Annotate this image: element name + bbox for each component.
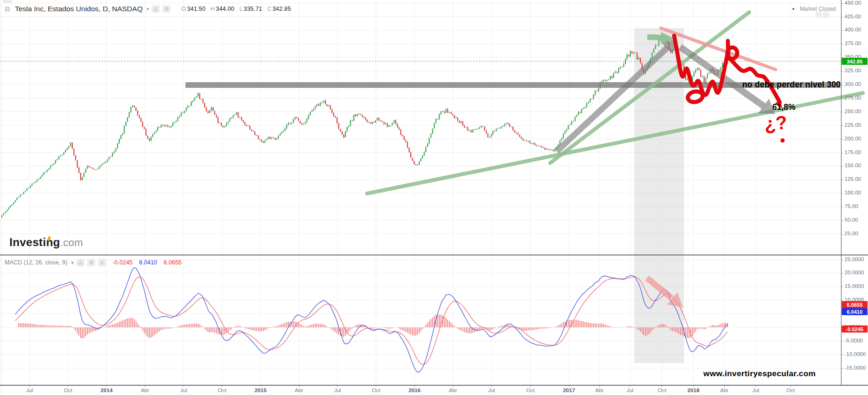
time-axis-label: Oct [218,387,226,393]
axis-tick [841,207,843,207]
watermark-brand: Investing [9,236,60,248]
macd-legend: MACD (12, 26, close, 9) ▾ ◎ ⚙ ✕ -0.0245 … [5,259,182,266]
symbol-title[interactable]: Tesla Inc, Estados Unidos, D, NASDAQ [15,5,143,13]
eye-icon[interactable]: ◎ [152,5,160,13]
time-axis-label: 2015 [254,387,267,393]
green-peak-arrow [647,37,662,38]
price-axis-label: 200.00 [845,136,861,141]
time-axis-label: Jul [627,387,634,393]
ohlc-values: O341.50 H344.00 L335.71 C342.85 [178,6,291,12]
price-axis-label: 400.00 [845,27,861,32]
symbol-header: ⊟ Tesla Inc, Estados Unidos, D, NASDAQ ▾… [5,5,291,13]
axis-tick [841,85,843,85]
low-label: L [239,6,243,12]
axis-tick [841,166,843,166]
time-axis-label: Abr [595,387,604,393]
time-axis-label: Oct [526,387,535,393]
time-axis-label: 2017 [563,387,575,393]
axis-tick [841,368,843,369]
close-value: 342.85 [272,6,291,12]
wave-a-loop [687,90,704,103]
axis-tick [841,125,843,126]
axis-tick [841,179,843,180]
eye-icon[interactable]: ◎ [77,259,84,266]
question-dot [781,139,785,143]
price-axis-label: 450.00 [845,0,861,6]
site-watermark: www.invertiryespecular.com [689,369,830,379]
time-axis-label: 2018 [687,387,699,393]
arrow-down-icon[interactable]: ↓ [815,11,822,18]
arrow-updown-icon[interactable]: ↕ [823,11,830,18]
macd-axis-label: -5.0000 [845,338,863,343]
close-icon[interactable]: ✕ [98,259,106,266]
annotations [185,12,863,308]
annotation-fib-label: 61,8% [772,102,796,112]
time-axis-label: 2014 [100,387,113,393]
time-axis-label: Oct [372,387,380,393]
axis-tick [841,260,843,260]
price-axis-label: 125.00 [845,176,861,182]
macd-histogram-value: -0.0245 [113,259,132,266]
price-axis-label: 50.00 [845,217,858,223]
time-axis-label: Abr [295,387,303,393]
axis-tick [841,287,843,287]
annotation-question-label: ¿? [763,112,788,135]
time-axis-label: Oct [786,387,795,393]
macd-signal-value: 6.0655 [164,259,182,266]
low-value: 335.71 [244,6,262,12]
macd-axis-label: -15.0000 [845,365,866,371]
price-axis-label: 225.00 [845,122,861,128]
price-axis-label: 300.00 [845,81,861,87]
time-axis-label: Jul [488,387,495,393]
price-axis-label: 75.00 [845,203,858,209]
candlestick-chart[interactable] [0,0,868,395]
price-axis-label: 275.00 [845,95,861,101]
high-label: H [211,6,215,12]
chevron-down-icon[interactable]: ▾ [146,6,149,12]
time-axis-label: Abr [449,387,457,393]
axis-tick [841,3,843,4]
axis-tick [841,273,843,273]
price-axis-label: 150.00 [845,163,861,168]
chevron-down-icon[interactable]: ▾ [71,260,74,266]
macd-axis-chip: 6.0410 [842,308,868,315]
annotation-level-note: no debe perder nivel 300 [730,80,841,90]
time-axis-label: Jul [753,387,760,393]
axis-scale-icons: ↓ ↕ [815,11,830,18]
close-label: C [267,6,271,12]
axis-tick [841,341,843,341]
open-label: O [181,6,186,12]
axis-tick [841,30,843,31]
macd-pane [15,268,728,372]
price-axis-label: 100.00 [845,190,861,195]
price-axis-label: 25.00 [845,231,858,236]
macd-axis-chip: -0.0245 [842,325,868,333]
market-status: ● Market Closed [792,6,836,12]
axis-tick [841,17,843,17]
time-axis-label: Oct [64,387,72,393]
time-axis-label: Jul [180,387,187,393]
investing-watermark: Investing.com [9,236,83,249]
axis-tick [841,98,843,99]
macd-axis-label: 20.0000 [845,270,864,275]
time-axis-label: Jul [26,387,33,393]
axis-tick [841,234,843,234]
macd-axis-label: 25.0000 [845,256,864,262]
gear-icon[interactable]: ⚙ [162,5,170,13]
gear-icon[interactable]: ⚙ [87,259,95,266]
macd-title[interactable]: MACD (12, 26, close, 9) [5,259,67,266]
time-axis-label: Oct [658,387,666,393]
macd-axis-label: 15.0000 [845,283,864,289]
open-value: 341.50 [187,6,205,12]
price-axis-label: 425.00 [845,14,861,19]
price-axis-label: 375.00 [845,40,861,46]
market-status-label: Market Closed [800,6,836,12]
axis-tick [841,153,843,153]
collapse-icon[interactable]: ⊟ [5,5,10,13]
macd-axis-chip: 6.0655 [842,301,868,308]
candles [1,35,728,218]
time-axis-label: 2016 [408,387,421,393]
axis-tick [841,44,843,44]
high-value: 344.00 [216,6,234,12]
chart-application: ⊟ Tesla Inc, Estados Unidos, D, NASDAQ ▾… [0,0,868,395]
